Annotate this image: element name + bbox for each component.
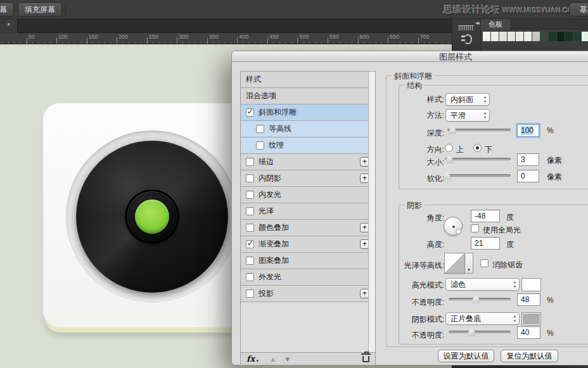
collapsed-panel-icons: [452, 25, 480, 51]
shadow-opacity-slider[interactable]: [449, 328, 511, 337]
style-list-item[interactable]: 投影+: [241, 286, 375, 302]
color-swatch[interactable]: [565, 32, 573, 41]
color-swatch[interactable]: [573, 32, 581, 41]
color-swatch[interactable]: [549, 32, 556, 41]
angle-dial[interactable]: [444, 217, 463, 236]
color-swatch[interactable]: [491, 32, 499, 41]
style-list-item[interactable]: 渐变叠加+: [241, 236, 375, 253]
effect-checkbox[interactable]: [256, 125, 264, 133]
tab-swatches[interactable]: 色板: [481, 19, 510, 30]
effect-checkbox[interactable]: [256, 141, 264, 149]
depth-slider[interactable]: [447, 126, 511, 135]
color-swatch[interactable]: [508, 32, 515, 41]
style-list-item[interactable]: 外发光: [241, 269, 375, 286]
style-list-item[interactable]: 纹理: [241, 137, 375, 154]
ruler-tick: [369, 42, 370, 44]
effect-checkbox[interactable]: [246, 240, 254, 248]
effect-checkbox[interactable]: [246, 158, 254, 166]
speaker-well: [66, 130, 238, 303]
move-effect-down-icon[interactable]: ▼: [284, 355, 291, 363]
highlight-mode-select[interactable]: 滤色: [445, 278, 520, 291]
ruler-tick: [110, 42, 111, 44]
soften-slider-thumb[interactable]: [444, 172, 451, 180]
delete-effect-icon[interactable]: [362, 356, 369, 362]
color-swatch[interactable]: [540, 32, 548, 41]
size-slider-thumb[interactable]: [446, 156, 453, 163]
color-swatch[interactable]: [524, 32, 532, 41]
fill-screen-button[interactable]: 填充屏幕: [18, 3, 62, 16]
swatch-grid: [483, 32, 588, 41]
angle-input[interactable]: -48: [471, 210, 500, 222]
anti-alias-checkbox[interactable]: [480, 259, 489, 267]
shadow-color-chip[interactable]: [521, 312, 541, 326]
fx-menu-button[interactable]: fx: [246, 354, 255, 364]
updown-icon: [483, 95, 487, 104]
size-input[interactable]: 3: [517, 153, 539, 166]
altitude-unit: 度: [506, 239, 514, 250]
depth-unit: %: [547, 126, 554, 135]
ruler-tick: [213, 42, 214, 44]
highlight-opacity-slider[interactable]: [449, 295, 511, 304]
style-list-item[interactable]: 颜色叠加+: [241, 220, 375, 236]
reset-default-button[interactable]: 复位为默认值: [501, 350, 558, 362]
style-list-header[interactable]: 样式: [241, 72, 375, 88]
highlight-opacity-thumb[interactable]: [473, 296, 480, 303]
partial-toolbar-button[interactable]: 幕: [0, 3, 14, 16]
style-list-item[interactable]: 内发光: [241, 187, 375, 203]
color-swatch[interactable]: [516, 32, 523, 41]
depth-slider-thumb[interactable]: [449, 127, 456, 134]
style-list-item[interactable]: 图案叠加: [241, 253, 375, 269]
style-list-item[interactable]: 光泽: [241, 203, 375, 220]
ruler-tick-label: 450: [269, 34, 279, 40]
effect-checkbox[interactable]: [246, 207, 254, 215]
highlight-color-chip[interactable]: [521, 278, 541, 291]
global-light-checkbox[interactable]: [471, 224, 479, 232]
bevel-style-select[interactable]: 内斜面: [445, 93, 490, 106]
depth-input[interactable]: 100: [517, 124, 539, 137]
shadow-mode-select[interactable]: 正片叠底: [445, 312, 520, 325]
ruler-panel-icon[interactable]: [459, 25, 474, 30]
document-tab[interactable]: *: [0, 19, 18, 33]
style-list-item[interactable]: 斜面和浮雕: [241, 105, 375, 121]
effect-checkbox[interactable]: [246, 224, 254, 232]
color-swatch[interactable]: [483, 32, 490, 41]
effect-checkbox[interactable]: [246, 257, 254, 265]
ruler-tick: [122, 42, 123, 44]
gloss-contour-arrow[interactable]: [466, 253, 473, 274]
color-swatch[interactable]: [557, 32, 565, 41]
color-swatch[interactable]: [582, 32, 588, 41]
ruler-tick: [177, 37, 177, 44]
highlight-opacity-unit: %: [547, 296, 554, 305]
altitude-input[interactable]: 21: [471, 237, 500, 250]
style-list-item[interactable]: 等高线: [241, 121, 375, 137]
styles-panel-icon[interactable]: [461, 34, 472, 44]
direction-down-label: 下: [485, 144, 492, 155]
ruler-tick-label: 700: [420, 34, 430, 40]
workspace-button[interactable]: 基本功: [569, 3, 588, 16]
effect-checkbox[interactable]: [246, 108, 254, 117]
style-list-item[interactable]: 内阴影+: [241, 170, 375, 187]
ruler-tick: [141, 42, 141, 44]
shadow-opacity-thumb[interactable]: [468, 329, 475, 336]
direction-up-radio[interactable]: [445, 144, 453, 152]
shadow-opacity-input[interactable]: 40: [517, 326, 540, 339]
soften-input[interactable]: 0: [517, 170, 539, 182]
move-effect-up-icon[interactable]: ▲: [269, 355, 276, 363]
soften-slider[interactable]: [445, 172, 511, 181]
effect-checkbox[interactable]: [246, 289, 254, 298]
set-default-button[interactable]: 设置为默认值: [438, 350, 494, 362]
ruler-tick: [436, 42, 437, 44]
style-list-item[interactable]: 描边+: [241, 154, 375, 170]
direction-up-label: 上: [456, 144, 464, 155]
color-swatch[interactable]: [532, 32, 540, 41]
effect-checkbox[interactable]: [246, 174, 254, 182]
gloss-contour-thumbnail[interactable]: [444, 253, 465, 274]
style-list-item[interactable]: 混合选项: [241, 88, 375, 105]
color-swatch[interactable]: [499, 32, 507, 41]
effect-checkbox[interactable]: [246, 273, 254, 281]
technique-select[interactable]: 平滑: [445, 109, 490, 122]
size-slider[interactable]: [445, 155, 511, 164]
direction-down-radio[interactable]: [473, 144, 482, 152]
effect-checkbox[interactable]: [246, 191, 254, 199]
highlight-opacity-input[interactable]: 48: [517, 293, 540, 306]
